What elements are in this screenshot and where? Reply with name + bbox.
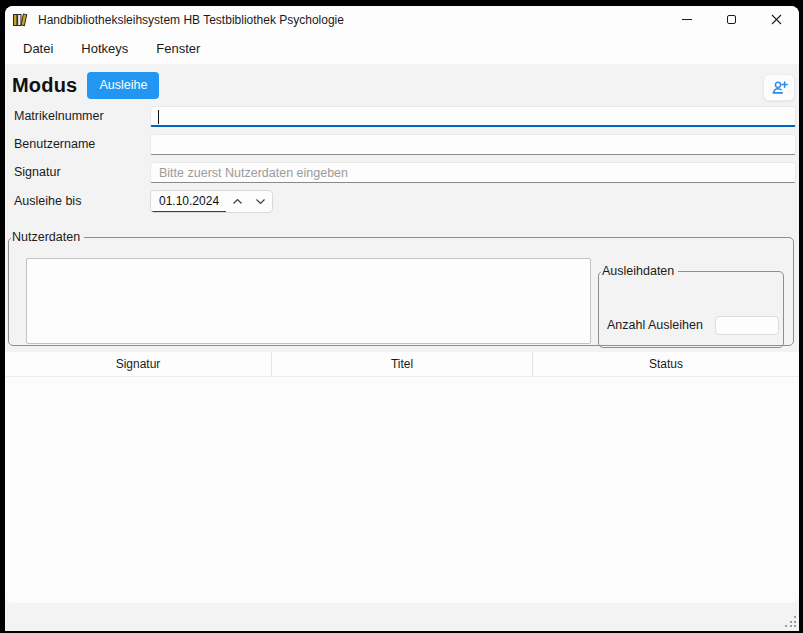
nutzerdaten-legend: Nutzerdaten xyxy=(11,230,84,244)
anzahl-ausleihen-label: Anzahl Ausleihen xyxy=(607,318,703,332)
menu-datei[interactable]: Datei xyxy=(9,35,67,62)
date-decrement-button[interactable] xyxy=(249,191,272,212)
title-bar: Handbibliotheksleihsystem HB Testbibliot… xyxy=(5,6,799,33)
window-title: Handbibliotheksleihsystem HB Testbibliot… xyxy=(38,13,344,27)
menu-hotkeys[interactable]: Hotkeys xyxy=(67,35,142,62)
date-increment-button[interactable] xyxy=(226,191,249,212)
window-controls xyxy=(664,6,799,33)
maximize-icon xyxy=(727,15,736,24)
menu-bar: Datei Hotkeys Fenster xyxy=(5,33,799,64)
add-user-button[interactable] xyxy=(763,74,795,101)
resize-grip[interactable] xyxy=(785,616,797,628)
table-body-empty xyxy=(5,377,799,603)
column-header-status[interactable]: Status xyxy=(533,352,799,376)
anzahl-ausleihen-row: Anzahl Ausleihen xyxy=(607,316,777,336)
matrikelnummer-label: Matrikelnummer xyxy=(14,106,104,127)
chevron-down-icon xyxy=(255,198,266,205)
ausleihe-bis-label: Ausleihe bis xyxy=(14,191,81,212)
text-cursor xyxy=(158,110,159,124)
menu-fenster[interactable]: Fenster xyxy=(142,35,214,62)
screenshot-frame: Handbibliotheksleihsystem HB Testbibliot… xyxy=(0,0,803,633)
anzahl-ausleihen-input[interactable] xyxy=(715,316,779,335)
ausleihdaten-group: Ausleihdaten Anzahl Ausleihen xyxy=(598,264,784,348)
maximize-button[interactable] xyxy=(709,6,754,33)
mode-title: Modus xyxy=(12,74,77,97)
close-icon xyxy=(771,14,782,25)
person-add-icon xyxy=(771,80,788,96)
close-button[interactable] xyxy=(754,6,799,33)
table-header: Signatur Titel Status xyxy=(5,352,799,377)
minimize-button[interactable] xyxy=(664,6,709,33)
column-header-signatur[interactable]: Signatur xyxy=(5,352,272,376)
ausleihdaten-legend: Ausleihdaten xyxy=(601,264,678,278)
column-header-titel[interactable]: Titel xyxy=(272,352,533,376)
signatur-input[interactable] xyxy=(150,162,796,183)
benutzername-label: Benutzername xyxy=(14,134,95,155)
nutzerdaten-textarea[interactable] xyxy=(26,258,591,344)
chevron-up-icon xyxy=(232,198,243,205)
benutzername-input[interactable] xyxy=(150,134,796,155)
minimize-icon xyxy=(682,19,692,20)
signatur-label: Signatur xyxy=(14,162,61,183)
app-window: Handbibliotheksleihsystem HB Testbibliot… xyxy=(5,6,799,631)
nutzerdaten-group: Nutzerdaten Ausleihdaten Anzahl Ausleihe… xyxy=(8,230,794,346)
matrikelnummer-input[interactable] xyxy=(150,106,796,127)
mode-row: Modus Ausleihe xyxy=(12,70,159,100)
ausleihe-bis-value[interactable]: 01.10.2024 xyxy=(151,191,226,212)
books-icon xyxy=(12,12,28,28)
ausleihe-mode-button[interactable]: Ausleihe xyxy=(87,72,159,99)
ausleihe-bis-datepicker[interactable]: 01.10.2024 xyxy=(150,190,273,213)
